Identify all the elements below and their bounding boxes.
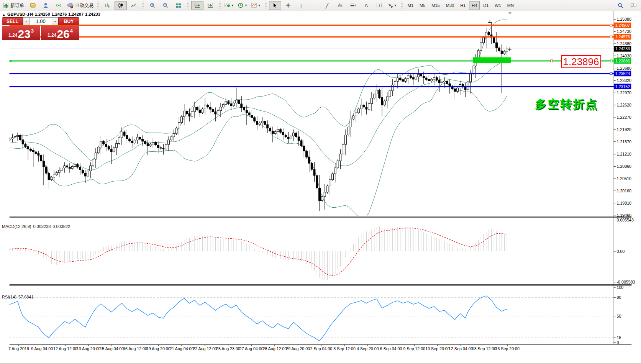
community-button[interactable]	[39, 1, 52, 10]
sell-price-pips: 23	[18, 29, 30, 39]
indicators-button[interactable]: ▼	[223, 1, 236, 10]
autotrading-button[interactable]: 自动交易	[66, 1, 95, 10]
market-icon	[30, 3, 36, 8]
rsi-name: RSI(14)	[2, 295, 16, 299]
search-button[interactable]	[614, 1, 626, 10]
new-order-icon	[3, 3, 9, 8]
timeframe-m30[interactable]: M30	[443, 1, 457, 10]
horizontal-line-tool-button[interactable]: —	[308, 1, 320, 10]
chat-icon	[630, 3, 637, 8]
label-tool-button[interactable]: T	[373, 1, 385, 10]
chart-canvas[interactable]: 1.250801.247301.243801.240301.236801.233…	[0, 11, 641, 364]
toolbar-grip	[97, 2, 99, 9]
auto-scroll-button[interactable]	[191, 1, 203, 10]
chart-shift-icon	[208, 3, 213, 8]
buy-price-prefix: 1.24	[48, 33, 56, 38]
crosshair-tool-button[interactable]	[282, 1, 294, 10]
tile-windows-button[interactable]	[172, 1, 185, 10]
macd-signal-line	[0, 228, 507, 275]
svg-text:2 Sep 04:00: 2 Sep 04:00	[310, 346, 333, 351]
channel-tool-button[interactable]: ⫽ E	[334, 1, 346, 10]
fibonacci-tool-button[interactable]: ☰ F	[347, 1, 359, 10]
svg-text:1.20510: 1.20510	[617, 176, 632, 181]
bar-chart-icon	[105, 3, 110, 8]
object-handles[interactable]	[10, 24, 613, 75]
timeframe-group: M1M5M15M30H1H4D1W1MN	[403, 0, 518, 11]
new-order-label: 新订单	[10, 2, 24, 9]
svg-text:1.21920: 1.21920	[617, 127, 632, 132]
support-zone-rect[interactable]	[473, 57, 511, 63]
fibonacci-icon: ☰	[350, 3, 354, 8]
chart-header: ▲GBPUSD-,H41.242501.242761.242071.24233	[2, 12, 102, 16]
svg-text:1.23886: 1.23886	[615, 59, 630, 63]
chart-window: 1.250801.247301.243801.240301.236801.233…	[0, 11, 641, 364]
line-chart-button[interactable]	[128, 1, 140, 10]
svg-text:0: 0	[617, 340, 619, 345]
timeframe-mn[interactable]: MN	[505, 1, 516, 10]
svg-text:25 Aug 23:00: 25 Aug 23:00	[216, 346, 240, 351]
svg-text:1.23152: 1.23152	[615, 84, 630, 89]
market-button[interactable]	[26, 1, 39, 10]
timeframe-d1[interactable]: D1	[480, 1, 491, 10]
bar-chart-button[interactable]	[102, 1, 114, 10]
timeframe-m1[interactable]: M1	[405, 1, 416, 10]
horizontal-line-icon: —	[311, 3, 316, 8]
chart-shift-button[interactable]	[204, 1, 216, 10]
svg-text:0.005543: 0.005543	[617, 218, 634, 222]
timeframe-h1[interactable]: H1	[457, 1, 468, 10]
periods-button[interactable]: ▼	[236, 1, 249, 10]
symbol-period: GBPUSD-,H4	[7, 12, 33, 16]
svg-text:6 Sep 04:00: 6 Sep 04:00	[380, 346, 402, 351]
timeframe-h4[interactable]: H4	[469, 1, 480, 10]
text-tool-button[interactable]: A	[360, 1, 372, 10]
volume-decrease-button[interactable]: ▼	[23, 17, 30, 25]
one-click-trading-panel: SELL ▼ 1.00 ▲ BUY 1.24233 1.24264	[2, 17, 79, 40]
price-axis[interactable]: 1.250801.247301.243801.240301.236801.233…	[614, 17, 631, 217]
trendline-icon: ╱	[326, 3, 329, 8]
signals-button[interactable]	[52, 1, 65, 10]
svg-text:1.19460: 1.19460	[617, 213, 632, 218]
horizontal-lines-top[interactable]	[10, 25, 614, 87]
templates-button[interactable]: ▼	[250, 1, 262, 10]
chat-button[interactable]	[627, 1, 639, 10]
sell-button[interactable]: SELL	[2, 17, 23, 25]
sell-price-display[interactable]: 1.24233	[2, 26, 40, 40]
toolbar-grip	[401, 2, 403, 9]
autotrading-label: 自动交易	[75, 2, 93, 9]
svg-text:3 Sep 12:00: 3 Sep 12:00	[333, 346, 356, 351]
toolbar-grip	[187, 2, 189, 9]
timeframe-m5[interactable]: M5	[417, 1, 428, 10]
chart-markers	[488, 12, 512, 51]
horizontal-lines[interactable]	[10, 25, 614, 87]
svg-text:19 Aug 20:00: 19 Aug 20:00	[146, 346, 170, 351]
mt4-window: 新订单	[0, 0, 641, 364]
turning-point-annotation[interactable]: 多空转折点	[535, 97, 598, 112]
arrows-icon	[388, 3, 393, 8]
new-order-button[interactable]: 新订单	[2, 1, 26, 10]
arrows-tool-button[interactable]: ▼	[386, 1, 398, 10]
collapse-header-icon[interactable]: ▲	[2, 13, 5, 16]
svg-text:1.24576: 1.24576	[615, 34, 630, 39]
time-axis[interactable]: 7 Aug 20199 Aug 04:0012 Aug 12:0013 Aug …	[8, 345, 520, 351]
svg-text:1.25080: 1.25080	[617, 17, 632, 21]
svg-text:1.21210: 1.21210	[617, 152, 632, 156]
svg-text:1.20160: 1.20160	[617, 189, 632, 193]
zoom-in-button[interactable]	[146, 1, 159, 10]
buy-button[interactable]: BUY	[58, 17, 79, 25]
spinner-down-icon: ▼	[25, 20, 28, 23]
trendline-tool-button[interactable]: ╱	[321, 1, 333, 10]
price-callout-label[interactable]: 1.23896	[561, 55, 601, 68]
zoom-out-button[interactable]	[159, 1, 172, 10]
zoom-out-icon	[163, 3, 169, 8]
timeframe-w1[interactable]: W1	[492, 1, 504, 10]
svg-text:1.22620: 1.22620	[617, 103, 632, 107]
candlestick-chart-button[interactable]	[115, 1, 127, 10]
timeframe-m15[interactable]: M15	[429, 1, 442, 10]
volume-input[interactable]: 1.00	[30, 17, 52, 25]
cursor-tool-button[interactable]	[269, 1, 281, 10]
vertical-line-tool-button[interactable]: |	[295, 1, 307, 10]
volume-increase-button[interactable]: ▲	[52, 17, 58, 25]
svg-text:0.00: 0.00	[617, 249, 625, 254]
buy-price-display[interactable]: 1.24264	[41, 26, 79, 40]
autotrading-icon	[67, 3, 74, 8]
